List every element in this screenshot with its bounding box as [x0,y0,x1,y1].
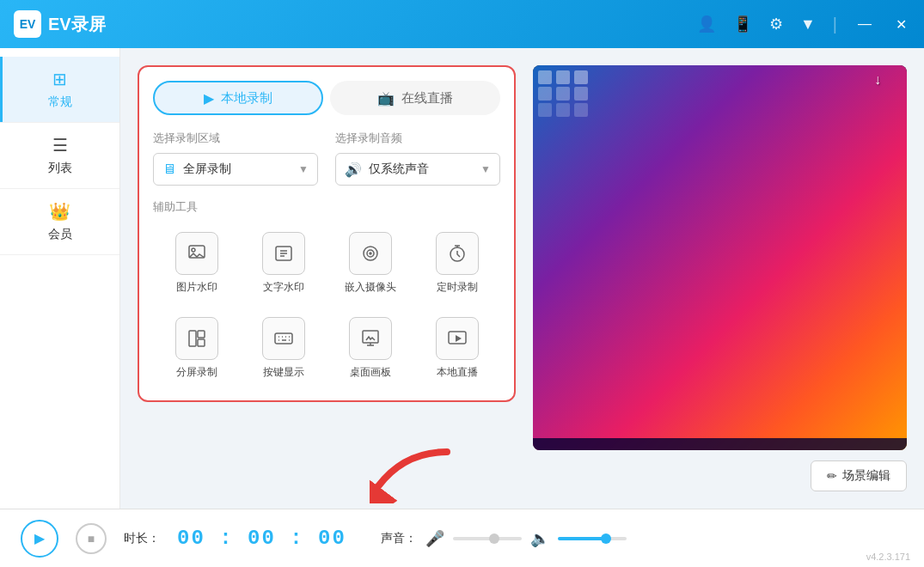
local-live-label: 本地直播 [437,365,478,380]
member-label: 会员 [48,227,72,242]
preview-area: ↓ [533,65,907,450]
audio-label: 选择录制音频 [335,131,500,146]
tab-online-live[interactable]: 📺 在线直播 [330,81,500,115]
desktop-arrow-down: ↓ [874,72,881,88]
scene-edit-row: ✏ 场景编辑 [533,460,907,491]
svg-point-5 [370,253,371,254]
audio-group: 选择录制音频 🔊 仅系统声音 ▼ [335,131,500,186]
sidebar-item-member[interactable]: 👑 会员 [0,189,119,255]
tool-camera[interactable]: 嵌入摄像头 [327,225,413,302]
preview-screen: ↓ [533,65,907,450]
play-button[interactable]: ▶ [21,520,58,558]
region-group: 选择录制区域 🖥 全屏录制 ▼ [153,131,318,186]
region-label: 选择录制区域 [153,131,318,146]
timer-icon [436,232,479,275]
app-logo: EV EV录屏 [14,10,697,38]
general-label: 常规 [48,94,72,110]
scene-edit-button[interactable]: ✏ 场景编辑 [811,460,907,491]
region-select-arrow: ▼ [298,163,309,175]
logo-icon: EV [14,10,41,38]
close-button[interactable]: ✕ [892,16,910,33]
camera-label: 嵌入摄像头 [345,280,396,295]
svg-marker-13 [456,335,462,342]
split-icon [175,317,218,360]
duration-label: 时长： [124,531,160,546]
dropdown-icon[interactable]: ▼ [800,15,816,34]
sidebar-item-general[interactable]: ⊞ 常规 [0,57,119,123]
tool-local-live[interactable]: 本地直播 [413,310,500,387]
keystroke-label: 按键显示 [263,365,304,380]
mobile-icon[interactable]: 📱 [733,15,752,34]
tool-img-watermark[interactable]: 图片水印 [153,225,240,302]
online-live-icon: 📺 [377,90,395,107]
tool-split[interactable]: 分屏录制 [153,310,240,387]
play-icon: ▶ [34,530,45,546]
keystroke-icon [262,317,305,360]
tools-section: 辅助工具 图片水印 [153,199,500,387]
bottom-bar: ▶ ■ 时长： 00 : 00 : 00 声音： 🎤 🔈 v4.2.3.171 [0,509,924,567]
canvas-label: 桌面画板 [350,365,391,380]
audio-select-value: 仅系统声音 [369,162,474,177]
minimize-button[interactable]: — [854,16,875,32]
timer-label: 定时录制 [437,280,478,295]
img-watermark-label: 图片水印 [176,280,217,295]
edit-icon: ✏ [827,469,837,483]
svg-rect-9 [198,339,205,346]
title-bar: EV EV录屏 👤 📱 ⚙ ▼ | — ✕ [0,0,924,48]
general-icon: ⊞ [52,69,67,89]
local-record-label: 本地录制 [221,90,272,107]
scene-edit-label: 场景编辑 [842,468,890,484]
title-controls: 👤 📱 ⚙ ▼ | — ✕ [697,15,910,34]
svg-rect-7 [189,331,196,346]
sidebar-item-list[interactable]: ☰ 列表 [0,123,119,189]
volume-slider-track[interactable] [558,537,627,540]
tool-keystroke[interactable]: 按键显示 [240,310,327,387]
app-title: EV录屏 [48,13,106,36]
settings-icon[interactable]: ⚙ [769,15,783,34]
record-panel: ▶ 本地录制 📺 在线直播 选择录制区域 🖥 全屏录制 [138,65,516,402]
desktop-icons [538,70,590,117]
region-select[interactable]: 🖥 全屏录制 ▼ [153,153,318,186]
audio-select[interactable]: 🔊 仅系统声音 ▼ [335,153,500,186]
sidebar: ⊞ 常规 ☰ 列表 👑 会员 [0,48,120,509]
main-area: ⊞ 常规 ☰ 列表 👑 会员 ▶ 本地录制 📺 [0,48,924,509]
tools-label: 辅助工具 [153,199,500,215]
tool-canvas[interactable]: 桌面画板 [327,310,413,387]
desktop-background: ↓ [533,65,907,450]
stop-button[interactable]: ■ [76,523,107,554]
local-live-icon [436,317,479,360]
camera-icon [349,232,392,275]
left-panel: ▶ 本地录制 📺 在线直播 选择录制区域 🖥 全屏录制 [138,65,516,491]
duration-value: 00 : 00 : 00 [177,527,346,550]
desktop-taskbar [533,438,907,450]
online-live-label: 在线直播 [401,90,453,107]
text-watermark-icon [262,232,305,275]
svg-rect-11 [363,331,378,343]
form-row: 选择录制区域 🖥 全屏录制 ▼ 选择录制音频 🔊 仅系统声音 ▼ [153,131,500,186]
member-icon: 👑 [49,201,70,222]
audio-select-icon: 🔊 [345,162,362,178]
mic-icon: 🎤 [425,529,444,548]
tool-timer[interactable]: 定时录制 [413,225,500,302]
account-icon[interactable]: 👤 [697,15,716,34]
audio-label-text: 声音： [381,531,417,546]
content-area: ▶ 本地录制 📺 在线直播 选择录制区域 🖥 全屏录制 [120,48,924,509]
tab-local-record[interactable]: ▶ 本地录制 [153,81,323,115]
region-select-value: 全屏录制 [183,162,291,177]
mic-slider-track[interactable] [453,537,522,540]
text-watermark-label: 文字水印 [263,280,304,295]
tools-grid: 图片水印 文字水印 [153,225,500,387]
audio-controls: 声音： 🎤 🔈 [364,529,903,548]
right-panel: ↓ ✏ 场景编辑 [533,65,907,491]
img-watermark-icon [175,232,218,275]
version-text: v4.2.3.171 [866,552,910,562]
svg-rect-8 [198,331,205,338]
tab-row: ▶ 本地录制 📺 在线直播 [153,81,500,115]
speaker-icon: 🔈 [530,529,549,548]
list-label: 列表 [48,161,72,176]
local-record-icon: ▶ [204,90,214,107]
mic-slider-thumb[interactable] [489,533,499,544]
split-label: 分屏录制 [176,365,217,380]
volume-slider-thumb[interactable] [601,533,611,544]
tool-text-watermark[interactable]: 文字水印 [240,225,327,302]
